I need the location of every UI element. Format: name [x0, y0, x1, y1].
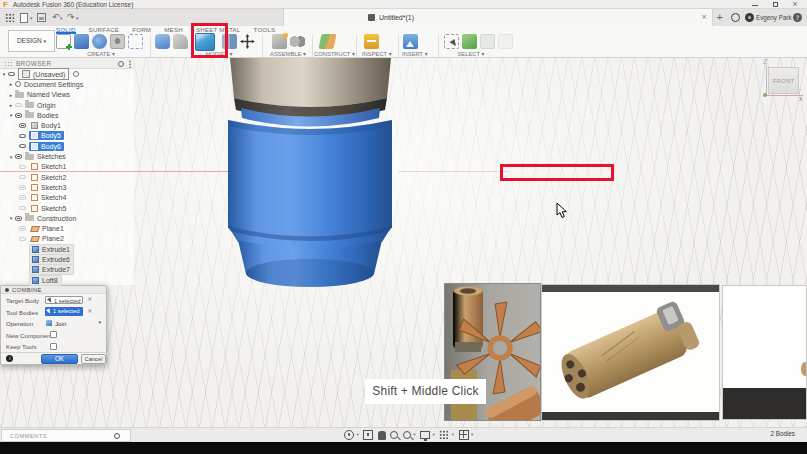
create-sketch-icon[interactable] — [56, 34, 71, 49]
visibility-eye-icon[interactable] — [19, 195, 26, 200]
activate-radio-icon[interactable] — [73, 71, 79, 77]
browser-item-bodies[interactable]: ▾ Bodies — [0, 110, 134, 120]
viewport-canvas[interactable]: Z FRONT X BROWSER ▾ (Unsaved) ▸ Document… — [0, 58, 807, 427]
browser-item-root[interactable]: ▾ (Unsaved) — [0, 69, 134, 79]
fillet-icon[interactable] — [173, 34, 188, 49]
expand-arrow-icon[interactable]: ▸ — [7, 102, 15, 108]
visibility-eye-icon[interactable] — [19, 237, 26, 242]
viewports-icon[interactable] — [459, 430, 469, 440]
help-icon[interactable]: ? — [793, 13, 802, 22]
operation-value[interactable]: Join — [55, 320, 66, 327]
browser-item-sketch4[interactable]: Sketch4 — [0, 193, 134, 203]
cancel-button[interactable]: Cancel — [81, 354, 106, 364]
grid-caret-icon[interactable]: ▾ — [452, 432, 454, 437]
browser-item-sketch2[interactable]: Sketch2 — [0, 172, 134, 182]
pan-icon[interactable] — [378, 431, 386, 440]
pattern-icon[interactable] — [128, 34, 143, 49]
expand-arrow-icon[interactable]: ▾ — [7, 215, 15, 221]
browser-item-body6[interactable]: Body6 — [0, 141, 134, 151]
visibility-eye-icon[interactable] — [19, 123, 26, 128]
browser-item-sketch3[interactable]: Sketch3 — [0, 182, 134, 192]
revolve-icon[interactable] — [92, 34, 107, 49]
comments-panel[interactable]: COMMENTS — [1, 429, 131, 442]
visibility-eye-icon[interactable] — [15, 154, 22, 159]
zoom-icon[interactable] — [390, 431, 398, 439]
expand-arrow-icon[interactable]: ▾ — [0, 71, 8, 77]
browser-item-extrude7[interactable]: Extrude7 — [0, 265, 134, 275]
view-cube[interactable]: Z FRONT X — [755, 60, 805, 104]
visibility-eye-icon[interactable] — [19, 175, 26, 180]
expand-arrow-icon[interactable]: ▸ — [7, 92, 15, 98]
browser-item-plane2[interactable]: Plane2 — [0, 234, 134, 244]
browser-item-sketches[interactable]: ▾ Sketches — [0, 151, 134, 161]
new-component-icon[interactable] — [272, 34, 287, 49]
browser-item-extrude1[interactable]: Extrude1 — [0, 244, 134, 254]
display-caret-icon[interactable]: ▾ — [433, 432, 435, 437]
grid-settings-icon[interactable] — [439, 430, 449, 440]
display-settings-icon[interactable] — [420, 431, 430, 439]
drag-grip-icon[interactable] — [4, 61, 12, 67]
new-document-tab-button[interactable]: + — [716, 9, 724, 26]
orbit-caret-icon[interactable]: ▾ — [357, 432, 359, 437]
document-tab[interactable]: Untitled*(1) × — [283, 9, 713, 26]
redo-icon[interactable]: ↷ — [67, 12, 75, 22]
extrude-icon[interactable] — [74, 34, 89, 49]
browser-item-document-settings[interactable]: ▸ Document Settings — [0, 79, 134, 89]
visibility-eye-icon[interactable] — [19, 206, 26, 211]
combine-dialog-header[interactable]: COMBINE — [1, 286, 106, 294]
select-caret-icon[interactable]: ▾ — [482, 51, 485, 57]
target-body-selection-chip[interactable]: 1 selected — [45, 296, 83, 305]
keep-tools-checkbox[interactable] — [50, 343, 57, 350]
file-menu-icon[interactable] — [20, 13, 28, 23]
comments-gear-icon[interactable] — [114, 433, 120, 439]
user-account-button[interactable]: Evgeny Park — [756, 9, 792, 26]
browser-item-named-views[interactable]: ▸ Named Views — [0, 90, 134, 100]
clear-selection-icon[interactable]: × — [87, 295, 92, 303]
job-status-icon[interactable] — [731, 13, 740, 22]
browser-item-origin[interactable]: ▸ Origin — [0, 100, 134, 110]
visibility-eye-icon[interactable] — [19, 134, 26, 139]
sweep-icon[interactable] — [110, 34, 125, 49]
viewports-caret-icon[interactable]: ▾ — [471, 432, 473, 437]
minimize-button[interactable] — [747, 1, 763, 9]
clear-selection-icon[interactable]: × — [87, 307, 92, 315]
browser-item-sketch5[interactable]: Sketch5 — [0, 203, 134, 213]
view-cube-front-face[interactable]: FRONT — [768, 67, 799, 94]
select-group-label[interactable]: SELECT — [458, 51, 480, 57]
close-window-button[interactable]: × — [787, 1, 803, 9]
construction-plane-icon[interactable] — [318, 34, 336, 49]
create-caret-icon[interactable]: ▾ — [112, 51, 115, 57]
select-solid-icon[interactable] — [462, 34, 477, 49]
ok-button[interactable]: OK — [41, 354, 78, 364]
fit-view-icon[interactable] — [403, 431, 411, 439]
insert-image-icon[interactable] — [403, 34, 418, 49]
save-icon[interactable] — [37, 13, 46, 22]
visibility-eye-icon[interactable] — [19, 165, 26, 170]
create-group-label[interactable]: CREATE — [87, 51, 110, 57]
orbit-icon[interactable] — [344, 430, 354, 440]
move-copy-icon[interactable] — [240, 34, 255, 49]
expand-arrow-icon[interactable]: ▾ — [7, 112, 15, 118]
undo-icon[interactable]: ↶ — [52, 12, 60, 22]
visibility-eye-icon[interactable] — [19, 144, 26, 149]
model-body[interactable] — [224, 58, 396, 292]
browser-item-construction[interactable]: ▾ Construction — [0, 213, 134, 223]
visibility-eye-icon[interactable] — [15, 216, 22, 221]
browser-item-extrude6[interactable]: Extrude6 — [0, 254, 134, 264]
file-menu-caret-icon[interactable]: ▾ — [30, 15, 33, 21]
insert-group-label[interactable]: INSERT — [402, 51, 423, 57]
app-grid-menu-icon[interactable] — [5, 13, 14, 22]
document-tab-close-icon[interactable]: × — [701, 9, 707, 26]
expand-arrow-icon[interactable]: ▸ — [7, 81, 15, 87]
new-component-checkbox[interactable] — [50, 331, 57, 338]
expand-arrow-icon[interactable]: ▾ — [7, 154, 15, 160]
browser-item-loft8[interactable]: Loft8 — [0, 275, 134, 285]
browser-gear-icon[interactable] — [118, 61, 124, 67]
visibility-eye-icon[interactable] — [15, 113, 22, 118]
select-tool-icon[interactable] — [444, 34, 459, 49]
info-icon[interactable]: i — [6, 355, 13, 362]
browser-overflow-icon[interactable] — [129, 60, 131, 68]
modify-caret-icon[interactable]: ▾ — [230, 51, 233, 57]
browser-item-body5[interactable]: Body5 — [0, 131, 134, 141]
undo-caret-icon[interactable]: ▾ — [60, 15, 63, 21]
